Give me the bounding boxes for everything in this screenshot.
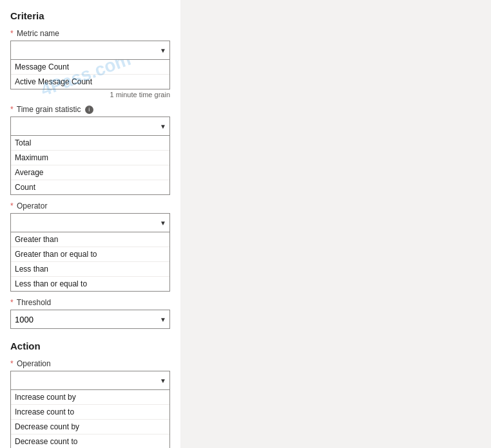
op-option-decrease-by[interactable]: Decrease count by: [11, 420, 169, 434]
operation-label: * Operation: [10, 359, 170, 368]
helper-text: 1 minute time grain: [10, 91, 170, 98]
time-grain-select[interactable]: [10, 117, 170, 136]
time-grain-option-average[interactable]: Average: [11, 165, 169, 180]
operator-dropdown[interactable]: ▼: [10, 213, 170, 232]
time-grain-label: * Time grain statistic i: [10, 105, 170, 114]
threshold-input-wrapper: ▼: [10, 310, 170, 329]
criteria-title: Criteria: [10, 10, 170, 21]
threshold-label: * Threshold: [10, 298, 170, 307]
time-grain-option-count[interactable]: Count: [11, 180, 169, 194]
op-option-increase-by[interactable]: Increase count by: [11, 390, 169, 405]
operator-option-less-than-equal[interactable]: Less than or equal to: [11, 277, 169, 291]
threshold-input[interactable]: [10, 310, 170, 329]
op-option-decrease-to[interactable]: Decrease count to: [11, 434, 169, 448]
metric-name-dropdown[interactable]: ▼: [10, 41, 170, 60]
time-grain-option-maximum[interactable]: Maximum: [11, 151, 169, 165]
operation-dropdown[interactable]: ▼: [10, 371, 170, 390]
operation-list: Increase count by Increase count to Decr…: [10, 390, 170, 448]
operator-select[interactable]: [10, 213, 170, 232]
metric-option-message-count[interactable]: Message Count: [11, 60, 169, 75]
metric-name-label: * Metric name: [10, 29, 170, 38]
operator-option-greater-than[interactable]: Greater than: [11, 232, 169, 247]
metric-option-active-message-count[interactable]: Active Message Count: [11, 75, 169, 89]
metric-name-select[interactable]: [10, 41, 170, 60]
operator-list: Greater than Greater than or equal to Le…: [10, 232, 170, 292]
operation-select[interactable]: [10, 371, 170, 390]
operator-label: * Operator: [10, 201, 170, 210]
op-option-increase-to[interactable]: Increase count to: [11, 405, 169, 420]
operator-option-greater-than-equal[interactable]: Greater than or equal to: [11, 247, 169, 262]
time-grain-list: Total Maximum Average Count: [10, 136, 170, 195]
time-grain-option-total[interactable]: Total: [11, 136, 169, 151]
action-section: Action * Operation ▼ Increase count by I…: [10, 341, 170, 448]
time-grain-info-icon[interactable]: i: [85, 106, 93, 114]
metric-name-list: Message Count Active Message Count: [10, 60, 170, 89]
operator-option-less-than[interactable]: Less than: [11, 262, 169, 277]
action-title: Action: [10, 341, 170, 351]
time-grain-dropdown[interactable]: ▼: [10, 117, 170, 136]
